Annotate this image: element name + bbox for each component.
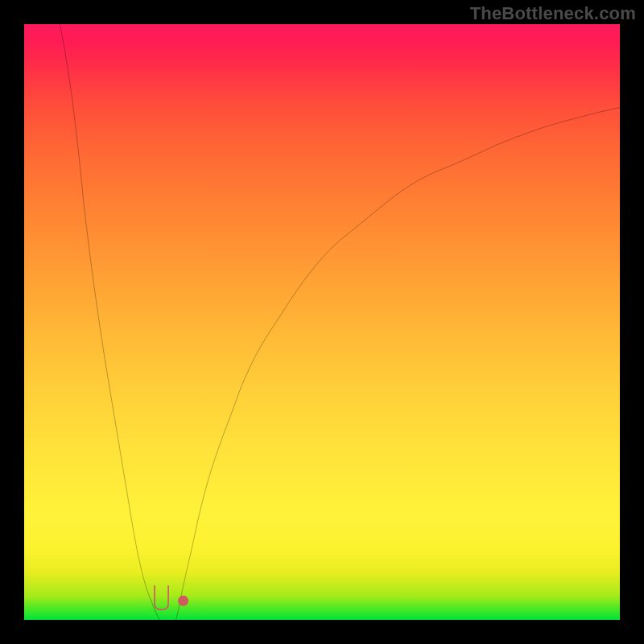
dot-marker xyxy=(178,596,188,606)
curve-left xyxy=(60,24,159,620)
watermark: TheBottleneck.com xyxy=(470,3,636,24)
plot-svg xyxy=(24,24,620,620)
curve-right xyxy=(176,108,620,620)
u-marker xyxy=(155,586,168,610)
plot-area xyxy=(24,24,620,620)
chart-frame: TheBottleneck.com xyxy=(0,0,644,644)
